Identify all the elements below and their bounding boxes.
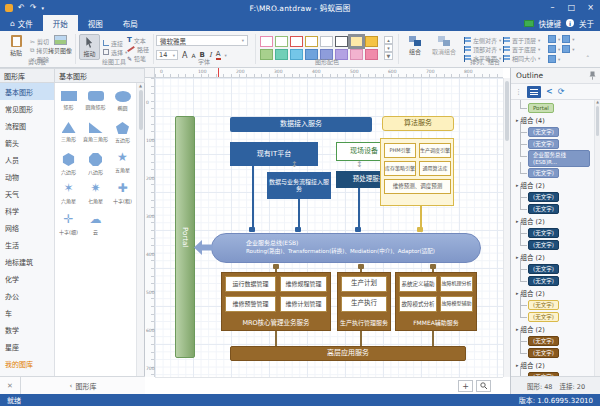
diagram-prod-box[interactable]: 生产计划 [341, 276, 387, 292]
diagram-algo-box[interactable]: PHM引擎 [384, 143, 416, 158]
zoom-tool-button[interactable] [476, 380, 491, 392]
color-swatch-6[interactable] [350, 36, 363, 47]
outline-chip[interactable]: (无文字) [528, 139, 559, 150]
outline-chip[interactable]: (无文字) [528, 264, 559, 275]
sidebar-category-11[interactable]: 化学 [0, 270, 54, 287]
shape-hex[interactable]: 六边形 [55, 150, 82, 181]
font-family-select[interactable]: 微软雅黑▾ [156, 35, 248, 46]
sidebar-category-12[interactable]: 办公 [0, 287, 54, 304]
shape-rect[interactable]: 矩形 [55, 88, 82, 119]
undo-icon[interactable]: ↶ [18, 3, 25, 12]
sidebar-category-14[interactable]: 数学 [0, 321, 54, 338]
ribbon-collapse-button[interactable]: ˄ [586, 55, 590, 63]
palette-up-button[interactable]: ▴ [384, 36, 393, 44]
outline-chip[interactable]: Portal [528, 103, 554, 114]
diagram-data-process-access-box[interactable]: 数据与业务流程接入服务 [267, 172, 331, 199]
sidebar-category-9[interactable]: 生活 [0, 236, 54, 253]
outline-chip[interactable]: (无文字) [528, 204, 559, 215]
share-view-icon[interactable]: < [546, 87, 553, 96]
diagram-portal-bar[interactable]: Portal [175, 116, 195, 358]
connect-tool-button[interactable]: 连接 [103, 39, 127, 47]
diagram-bottom-bar[interactable]: 高层应用服务 [230, 346, 466, 361]
sidebar-category-13[interactable]: 车 [0, 304, 54, 321]
sidebar-category-15[interactable]: 星座 [0, 338, 54, 355]
tab-layout[interactable]: 布局 [113, 15, 148, 31]
drawing-canvas[interactable]: Portal 数据接入服务 现有IT平台 现场设备 ↕ ↕ 数据与业务流程接入服… [155, 78, 503, 377]
path-tool-button[interactable]: 路径 [127, 45, 149, 53]
sidebar-category-10[interactable]: 地标建筑 [0, 253, 54, 270]
outline-chip[interactable]: (无文字) [528, 312, 559, 323]
close-library-button[interactable]: ✕ [0, 382, 20, 390]
color-swatch-5[interactable] [335, 36, 348, 47]
diagram-algo-box[interactable]: 库存策略引擎 [384, 161, 416, 176]
diagram-algo-service-banner[interactable]: 算法服务 [382, 116, 454, 131]
shape-rtri[interactable]: 直角三角形 [82, 119, 109, 150]
diagram-mro-box[interactable]: 维修预警管理 [225, 296, 276, 312]
shortcuts-button[interactable]: 快捷键 [539, 18, 562, 29]
ungroup-button[interactable]: 取消组合 [428, 36, 460, 56]
diagram-mro-box[interactable]: 维修计划管理 [280, 296, 327, 312]
outline-chip[interactable]: (无文字) [528, 300, 559, 311]
tab-home[interactable]: 开始 [43, 15, 78, 31]
sidebar-category-7[interactable]: 科学 [0, 202, 54, 219]
sidebar-category-3[interactable]: 箭头 [0, 134, 54, 151]
outline-chip[interactable]: (无文字) [528, 348, 559, 359]
sidebar-category-0[interactable]: 基本图形 [0, 83, 54, 100]
copy-image-button[interactable]: 拷贝图像 [47, 35, 73, 55]
library-scrollbar[interactable]: ▲ [136, 83, 144, 376]
panel-menu-icon[interactable]: ⋮ [515, 88, 522, 96]
shape-cross_thin[interactable]: ✛十字(细) [55, 212, 82, 243]
color-swatch-4[interactable] [320, 36, 333, 47]
about-button[interactable]: 关于 [579, 18, 594, 29]
close-button[interactable]: × [581, 0, 600, 15]
select-tool-button[interactable]: 选择▾ [103, 48, 127, 56]
diagram-fmmea-box[interactable]: 故障机理分析 [440, 276, 473, 292]
text-tool-button[interactable]: T文本 [127, 36, 149, 44]
arrange-item-1[interactable]: 顶部对齐▾ [464, 45, 501, 53]
pin-icon[interactable] [589, 71, 596, 80]
ribbon-extra-tool[interactable]: ▾▾ [548, 45, 575, 53]
outline-chip[interactable]: (无文字) [528, 192, 559, 203]
zoom-in-button[interactable]: + [458, 380, 473, 392]
sidebar-category-1[interactable]: 常见图形 [0, 100, 54, 117]
outline-chip[interactable]: (无文字) [528, 240, 559, 251]
diagram-fmmea-box[interactable]: 系统定义辅助 [399, 276, 437, 292]
diagram-mro-box[interactable]: 运行数据管理 [225, 276, 276, 292]
color-swatch-7[interactable] [365, 36, 378, 47]
diagram-mro-box[interactable]: 维修规程管理 [280, 276, 327, 292]
ribbon-extra-tool[interactable]: ▾▾ [548, 35, 575, 43]
outline-chip[interactable]: (无文字) [528, 168, 559, 179]
sidebar-category-6[interactable]: 天气 [0, 185, 54, 202]
shape-rrect[interactable]: 圆角矩形 [82, 88, 109, 119]
diagram-algo-box[interactable]: 通用算法库 [419, 161, 451, 176]
diagram-prod-box[interactable]: 生产执行 [341, 296, 387, 312]
diagram-fmmea-box[interactable]: 故障模型辅助 [440, 296, 473, 312]
diagram-data-access-banner[interactable]: 数据接入服务 [230, 117, 372, 132]
shape-cross_thick[interactable]: ✚十字(粗) [109, 181, 136, 212]
shape-star5[interactable]: ★五角星 [109, 150, 136, 181]
shape-star6[interactable]: ✶六角星 [55, 181, 82, 212]
sidebar-category-8[interactable]: 网络 [0, 219, 54, 236]
info-icon[interactable]: i [566, 19, 574, 27]
paste-button[interactable]: 粘贴 [5, 35, 27, 57]
diagram-existing-it-box[interactable]: 现有IT平台 [230, 142, 318, 166]
shape-tri[interactable]: 三角形 [55, 119, 82, 150]
outline-chip[interactable]: (无文字) [528, 127, 559, 138]
outline-chip[interactable]: (无文字) [528, 276, 559, 287]
arrange-item-4[interactable]: 置于底层▾ [503, 45, 540, 53]
sidebar-category-5[interactable]: 动物 [0, 168, 54, 185]
outline-scrollbar[interactable]: ▲ [594, 100, 600, 376]
tab-file[interactable]: ⌂文件 [0, 15, 43, 31]
color-swatch-1[interactable] [275, 36, 288, 47]
shape-pent[interactable]: 五边形 [109, 119, 136, 150]
sidebar-category-2[interactable]: 流程图 [0, 117, 54, 134]
minimize-button[interactable]: – [543, 0, 562, 15]
color-swatch-3[interactable] [305, 36, 318, 47]
outline-chip[interactable]: 企业服务总线(ESB)R... [528, 150, 590, 168]
quick-access-caret-icon[interactable]: ▾ [41, 5, 44, 11]
diagram-esb-bus[interactable]: 企业服务总线(ESB) Routing(路由)、Transformation(转… [211, 233, 481, 263]
sidebar-category-4[interactable]: 人员 [0, 151, 54, 168]
redo-icon[interactable]: ↷ [30, 3, 37, 12]
color-swatch-0[interactable] [260, 36, 273, 47]
color-swatch-2[interactable] [290, 36, 303, 47]
